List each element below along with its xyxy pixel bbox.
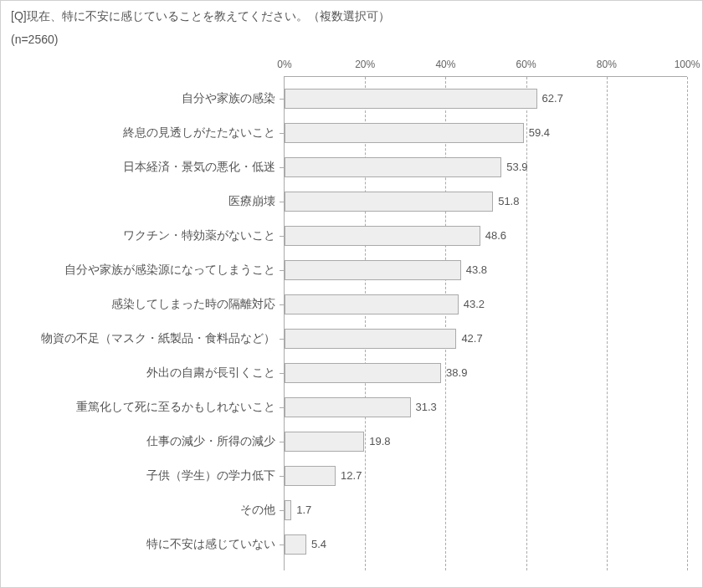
category-label: 重篤化して死に至るかもしれないこと	[0, 396, 275, 417]
category-label: 外出の自粛が長引くこと	[0, 362, 275, 382]
bar-row: 1.7	[285, 500, 687, 520]
category-label: 自分や家族が感染源になってしまうこと	[0, 259, 275, 279]
bar	[285, 226, 480, 246]
bar-row: 38.9	[285, 363, 687, 383]
bar-value-label: 38.9	[441, 363, 467, 383]
bar-row: 53.9	[285, 157, 687, 177]
bar	[285, 500, 291, 520]
category-label: 特に不安は感じていない	[0, 534, 275, 554]
chart-question-title: [Q]現在、特に不安に感じていることを教えてください。（複数選択可）	[11, 9, 390, 24]
category-label: 自分や家族の感染	[0, 88, 275, 108]
category-label: 感染してしまった時の隔離対応	[0, 294, 275, 314]
bar	[285, 329, 456, 349]
bar-row: 42.7	[285, 329, 687, 349]
bar-row: 12.7	[285, 466, 687, 486]
bar-value-label: 48.6	[480, 226, 506, 246]
category-label: 医療崩壊	[0, 191, 275, 211]
bar-row: 48.6	[285, 226, 687, 246]
bar	[285, 123, 524, 143]
bar-row: 59.4	[285, 123, 687, 143]
bar	[285, 363, 441, 383]
bar	[285, 89, 537, 109]
grid-line	[526, 77, 527, 570]
x-tick-label: 20%	[355, 59, 375, 70]
bar-value-label: 31.3	[411, 397, 437, 417]
grid-line	[365, 77, 366, 570]
bar-value-label: 59.4	[524, 123, 550, 143]
bar	[285, 192, 493, 212]
x-tick-label: 100%	[675, 59, 700, 70]
category-label: 終息の見透しがたたないこと	[0, 122, 275, 142]
bar-row: 62.7	[285, 89, 687, 109]
bar	[285, 157, 501, 177]
plot-area: 0%20%40%60%80%100%62.759.453.951.848.643…	[284, 76, 687, 570]
bar-value-label: 1.7	[291, 500, 311, 520]
bar	[285, 534, 306, 555]
category-label: 物資の不足（マスク・紙製品・食料品など）	[0, 328, 275, 348]
bar	[285, 294, 459, 314]
bar-value-label: 19.8	[364, 432, 390, 452]
category-label: ワクチン・特効薬がないこと	[0, 225, 275, 245]
bar	[285, 260, 461, 280]
bar-row: 5.4	[285, 534, 687, 555]
bar	[285, 432, 364, 452]
grid-line	[687, 77, 688, 570]
bar-value-label: 53.9	[501, 157, 527, 177]
bar-row: 43.8	[285, 260, 687, 280]
bar-value-label: 43.8	[461, 260, 487, 280]
category-label: 仕事の減少・所得の減少	[0, 431, 275, 451]
bar-value-label: 42.7	[456, 329, 482, 349]
chart-root: [Q]現在、特に不安に感じていることを教えてください。（複数選択可） (n=25…	[0, 0, 703, 588]
chart-sample-size: (n=2560)	[11, 33, 58, 46]
x-tick-label: 60%	[516, 59, 536, 70]
x-tick-label: 40%	[435, 59, 455, 70]
bar-value-label: 62.7	[537, 89, 563, 109]
bar-row: 51.8	[285, 192, 687, 212]
bar-value-label: 51.8	[493, 192, 519, 212]
bar-value-label: 5.4	[306, 534, 326, 555]
bar-row: 31.3	[285, 397, 687, 417]
grid-line	[445, 77, 446, 570]
category-label: その他	[0, 499, 275, 519]
bar-row: 43.2	[285, 294, 687, 314]
category-label: 日本経済・景気の悪化・低迷	[0, 156, 275, 176]
x-tick-label: 0%	[277, 59, 291, 70]
bar	[285, 397, 411, 417]
bar	[285, 466, 336, 486]
bar-value-label: 12.7	[336, 466, 362, 486]
category-label: 子供（学生）の学力低下	[0, 465, 275, 485]
bar-value-label: 43.2	[459, 294, 485, 314]
bar-row: 19.8	[285, 432, 687, 452]
x-tick-label: 80%	[597, 59, 617, 70]
grid-line	[607, 77, 608, 570]
